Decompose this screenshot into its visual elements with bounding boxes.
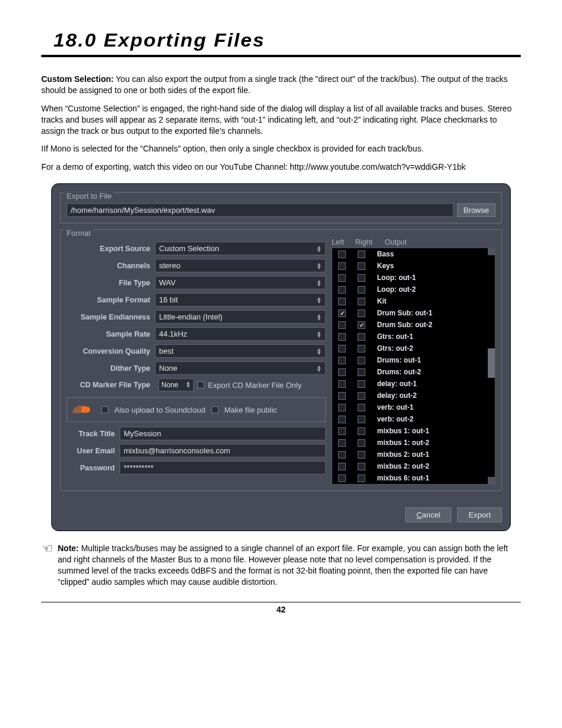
header-output: Output xyxy=(385,238,495,246)
checkbox-left[interactable] xyxy=(338,475,346,482)
checkbox-left[interactable] xyxy=(338,404,346,411)
checkbox-right[interactable] xyxy=(358,298,365,305)
spinner-icon: ▲▼ xyxy=(316,297,322,304)
select-channels[interactable]: stereo▲▼ xyxy=(155,259,326,272)
checkbox-right[interactable] xyxy=(358,286,365,294)
checkbox-export-cd-only[interactable] xyxy=(197,381,204,388)
checkbox-right[interactable] xyxy=(358,368,365,376)
output-row: verb: out-2 xyxy=(332,413,495,425)
scroll-thumb[interactable] xyxy=(488,348,495,378)
checkbox-left[interactable] xyxy=(338,427,346,435)
spinner-icon: ▲▼ xyxy=(186,381,191,389)
output-label: Drum Sub: out-2 xyxy=(377,321,432,329)
checkbox-right[interactable] xyxy=(358,357,365,364)
label-sample-format: Sample Format xyxy=(67,296,155,304)
checkbox-right[interactable] xyxy=(358,274,365,282)
scroll-up-button[interactable] xyxy=(488,248,495,255)
checkbox-right[interactable] xyxy=(358,463,365,470)
output-panel: Left Right Output BassKeysLoop: out-1Loo… xyxy=(332,238,495,485)
group-export-to-file: Export to File Browse xyxy=(60,192,502,223)
checkbox-right[interactable] xyxy=(358,333,365,341)
checkbox-left[interactable] xyxy=(338,439,346,447)
select-cd-marker[interactable]: None▲▼ xyxy=(158,378,194,391)
output-label: mixbus 6: out-1 xyxy=(377,474,429,482)
select-sample-endianness[interactable]: Little-endian (Intel)▲▼ xyxy=(155,310,326,324)
output-label: Loop: out-1 xyxy=(377,274,416,282)
spinner-icon: ▲▼ xyxy=(316,245,322,252)
checkbox-right[interactable] xyxy=(358,404,365,411)
checkbox-left[interactable] xyxy=(338,286,346,294)
input-user-email[interactable] xyxy=(120,444,326,457)
checkbox-right[interactable] xyxy=(358,321,365,329)
output-label: mixbus 1: out-2 xyxy=(377,439,429,447)
select-dither-type[interactable]: None▲▼ xyxy=(155,361,326,375)
output-label: Gtrs: out-2 xyxy=(377,344,413,353)
output-label: Bass xyxy=(377,250,394,258)
output-label: Drums: out-2 xyxy=(377,368,421,376)
checkbox-left[interactable] xyxy=(338,357,346,364)
checkbox-right[interactable] xyxy=(358,251,365,258)
header-right: Right xyxy=(355,238,381,246)
checkbox-right[interactable] xyxy=(358,439,365,447)
checkbox-left[interactable] xyxy=(338,309,346,317)
checkbox-make-public[interactable] xyxy=(211,406,219,413)
output-label: mixbus 1: out-1 xyxy=(377,427,429,435)
output-row: Keys xyxy=(332,260,495,272)
checkbox-right[interactable] xyxy=(358,345,365,353)
checkbox-upload-soundcloud[interactable] xyxy=(101,406,108,413)
label-cd-marker: CD Marker File Type xyxy=(67,381,155,389)
checkbox-right[interactable] xyxy=(358,380,365,388)
spinner-icon: ▲▼ xyxy=(316,314,322,321)
label-sample-rate: Sample Rate xyxy=(67,330,155,338)
select-conversion-quality[interactable]: best▲▼ xyxy=(155,344,326,358)
input-track-title[interactable] xyxy=(120,427,326,440)
browse-button[interactable]: Browse xyxy=(457,203,495,217)
checkbox-left[interactable] xyxy=(338,321,346,329)
input-password[interactable] xyxy=(120,461,326,475)
checkbox-right[interactable] xyxy=(358,416,365,423)
chapter-title: 18.0 Exporting Files xyxy=(54,29,533,51)
checkbox-left[interactable] xyxy=(338,333,346,341)
checkbox-left[interactable] xyxy=(338,274,346,282)
checkbox-left[interactable] xyxy=(338,392,346,400)
output-label: delay: out-2 xyxy=(377,391,416,400)
checkbox-right[interactable] xyxy=(358,309,365,317)
output-row: mixbus 1: out-1 xyxy=(332,425,495,437)
checkbox-left[interactable] xyxy=(338,380,346,388)
checkbox-left[interactable] xyxy=(338,251,346,258)
select-file-type[interactable]: WAV▲▼ xyxy=(155,276,326,289)
format-left-column: Export Source Custom Selection▲▼ Channel… xyxy=(67,238,326,485)
group-export-label: Export to File xyxy=(64,192,114,200)
output-row: Drums: out-1 xyxy=(332,354,495,366)
checkbox-left[interactable] xyxy=(338,262,346,270)
select-sample-format[interactable]: 16 bit▲▼ xyxy=(155,293,326,307)
checkbox-right[interactable] xyxy=(358,451,365,459)
checkbox-left[interactable] xyxy=(338,416,346,423)
paragraph-mono: IIf Mono is selected for the “Channels” … xyxy=(41,143,521,154)
checkbox-left[interactable] xyxy=(338,298,346,305)
output-row: mixbus 2: out-1 xyxy=(332,449,495,460)
label-file-type: File Type xyxy=(67,279,155,287)
checkbox-right[interactable] xyxy=(358,262,365,270)
checkbox-right[interactable] xyxy=(358,392,365,400)
export-button[interactable]: Export xyxy=(457,508,502,522)
checkbox-right[interactable] xyxy=(358,427,365,435)
note-lead: Note: xyxy=(58,543,79,553)
output-row: Drums: out-2 xyxy=(332,366,495,378)
checkbox-left[interactable] xyxy=(338,345,346,353)
scroll-down-button[interactable] xyxy=(488,477,495,484)
group-format: Format Export Source Custom Selection▲▼ … xyxy=(60,229,502,491)
cancel-button[interactable]: Cancel xyxy=(405,508,451,522)
checkbox-right[interactable] xyxy=(358,475,365,482)
file-path-input[interactable] xyxy=(67,203,454,217)
checkbox-left[interactable] xyxy=(338,463,346,470)
checkbox-left[interactable] xyxy=(338,368,346,376)
output-list[interactable]: BassKeysLoop: out-1Loop: out-2KitDrum Su… xyxy=(332,248,495,485)
paragraph-engaged: When “Custome Selection” is engaged, the… xyxy=(41,103,521,137)
p1-lead: Custom Selection: xyxy=(41,74,114,84)
select-sample-rate[interactable]: 44.1kHz▲▼ xyxy=(155,327,326,341)
checkbox-left[interactable] xyxy=(338,451,346,459)
output-label: delay: out-1 xyxy=(377,380,416,388)
output-label: Loop: out-2 xyxy=(377,285,416,294)
select-export-source[interactable]: Custom Selection▲▼ xyxy=(155,242,326,255)
